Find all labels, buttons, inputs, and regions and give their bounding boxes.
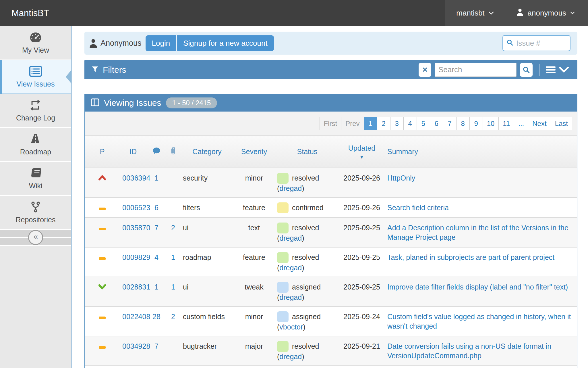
page-button-4[interactable]: 4: [404, 117, 417, 130]
status-label: resolved: [292, 342, 319, 351]
sidebar-item-change-log[interactable]: Change Log: [0, 94, 71, 128]
note-count-link[interactable]: 1: [154, 283, 158, 291]
note-count-link[interactable]: 4: [154, 253, 158, 261]
page-button-9[interactable]: 9: [470, 117, 483, 130]
sidebar-item-label: View Issues: [17, 80, 55, 88]
summary-link[interactable]: Improve date filter fields display (labe…: [387, 283, 568, 291]
signup-button[interactable]: Signup for a new account: [176, 35, 274, 51]
issue-id-link[interactable]: 0035870: [122, 224, 150, 232]
handler-link[interactable]: vboctor: [279, 323, 303, 331]
summary-link[interactable]: HttpOnly: [387, 174, 415, 182]
priority-high-icon: [98, 175, 106, 181]
sidebar-collapse-button[interactable]: «: [28, 230, 43, 245]
handler-link[interactable]: dregad: [279, 184, 302, 192]
issue-id-link[interactable]: 0036394: [122, 174, 150, 182]
issue-number-input[interactable]: [516, 39, 559, 48]
category-cell: attachments: [180, 366, 234, 368]
attachment-paperclip-icon[interactable]: [170, 149, 176, 157]
note-count-link[interactable]: 6: [154, 204, 158, 212]
issue-id-link[interactable]: 0022408: [122, 313, 150, 321]
attachment-count-link[interactable]: 1: [171, 253, 175, 261]
severity-cell: tweak: [234, 366, 274, 368]
note-count-link[interactable]: 1: [154, 174, 158, 182]
project-selector[interactable]: mantisbt: [445, 0, 504, 26]
brand-logo[interactable]: MantisBT: [0, 0, 445, 26]
status-color-box: [277, 173, 289, 184]
summary-link[interactable]: Custom field's value logged as changed i…: [387, 313, 571, 330]
sidebar-item-roadmap[interactable]: Roadmap: [0, 128, 71, 162]
handler-link[interactable]: dregad: [279, 352, 302, 361]
filter-collapse-chevron-icon[interactable]: [559, 67, 569, 73]
page-button-...[interactable]: ...: [514, 117, 528, 130]
column-header-priority[interactable]: P: [100, 147, 105, 156]
column-header-summary[interactable]: Summary: [387, 147, 418, 156]
updated-cell: 2025-09-25: [340, 277, 383, 306]
sidebar-item-repositories[interactable]: Repositories: [0, 196, 71, 230]
column-header-status[interactable]: Status: [297, 147, 318, 156]
page-button-next[interactable]: Next: [528, 117, 551, 130]
page-button-7[interactable]: 7: [443, 117, 457, 130]
issue-id-link[interactable]: 0006523: [122, 204, 150, 212]
filters-controls: ✕: [419, 63, 569, 77]
anonymous-label: Anonymous: [100, 39, 142, 48]
status-color-box: [277, 252, 289, 263]
book-icon: [30, 167, 41, 179]
filter-menu-icon[interactable]: [546, 66, 556, 74]
note-count-link[interactable]: 28: [152, 313, 160, 321]
main-content: Anonymous Login Signup for a new account…: [72, 26, 588, 368]
page-button-5[interactable]: 5: [417, 117, 430, 130]
attachment-count-link[interactable]: 1: [171, 283, 175, 291]
list-icon: [29, 66, 42, 77]
status-color-box: [277, 202, 289, 213]
handler-link[interactable]: dregad: [279, 293, 302, 301]
issue-id-link[interactable]: 0009829: [122, 253, 150, 261]
column-header-id[interactable]: ID: [129, 147, 137, 156]
page-button-11[interactable]: 11: [499, 117, 514, 130]
page-button-2[interactable]: 2: [377, 117, 390, 130]
category-cell: security: [180, 168, 234, 198]
summary-link[interactable]: Date conversion fails using a non-US dat…: [387, 342, 551, 360]
status-label: resolved: [292, 173, 319, 183]
user-menu[interactable]: anonymous: [505, 0, 588, 26]
status-cell: assigned(dregad): [274, 366, 340, 368]
issue-id-link[interactable]: 0028831: [122, 283, 150, 291]
login-button[interactable]: Login: [146, 35, 177, 51]
column-header-updated[interactable]: Updated: [348, 144, 376, 152]
chevron-down-icon: [489, 12, 494, 15]
page-button-1[interactable]: 1: [364, 117, 377, 130]
page-button-10[interactable]: 10: [483, 117, 499, 130]
handler-link[interactable]: dregad: [279, 234, 302, 242]
note-count-link[interactable]: 7: [154, 342, 158, 350]
sidebar-item-wiki[interactable]: Wiki: [0, 162, 71, 196]
summary-link[interactable]: Search field criteria: [387, 204, 449, 212]
attachment-count-link[interactable]: 2: [171, 224, 175, 232]
filter-search-button[interactable]: [520, 63, 533, 77]
page-button-6[interactable]: 6: [430, 117, 443, 130]
filters-bar: Filters ✕: [84, 60, 577, 79]
summary-link[interactable]: Task, planed in subprojects are part of …: [387, 253, 554, 261]
page-button-8[interactable]: 8: [457, 117, 470, 130]
road-icon: [30, 133, 41, 145]
status-color-box: [277, 341, 289, 352]
status-cell: resolved(dregad): [274, 247, 340, 277]
note-count-link[interactable]: 7: [154, 224, 158, 232]
column-header-severity[interactable]: Severity: [241, 147, 267, 156]
issue-row-0035870: 003587072uitextresolved(dregad)2025-09-2…: [85, 218, 577, 247]
page-button-3[interactable]: 3: [390, 117, 404, 130]
page-button-last[interactable]: Last: [551, 117, 572, 130]
issue-id-link[interactable]: 0034928: [122, 342, 150, 350]
viewing-issues-title: Viewing Issues: [104, 98, 161, 108]
filter-search-input[interactable]: [435, 63, 517, 77]
attachment-count-link[interactable]: 2: [171, 313, 175, 321]
handler-line: (dregad): [277, 233, 337, 243]
notes-bubble-icon[interactable]: [152, 148, 160, 156]
summary-link[interactable]: Add a Description column in the list of …: [387, 224, 568, 241]
status-label: resolved: [292, 223, 319, 233]
sidebar-item-view-issues[interactable]: View Issues: [0, 60, 71, 94]
user-icon: [89, 38, 98, 48]
column-header-category[interactable]: Category: [192, 147, 221, 156]
clear-filter-button[interactable]: ✕: [419, 63, 431, 77]
sidebar-item-my-view[interactable]: My View: [0, 26, 71, 60]
handler-link[interactable]: dregad: [279, 264, 302, 272]
category-cell: roadmap: [180, 247, 234, 277]
